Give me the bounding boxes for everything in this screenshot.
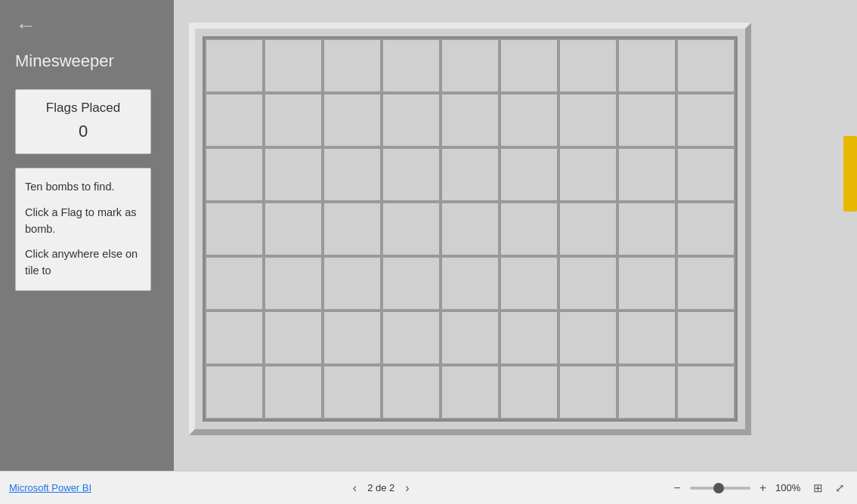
- grid-cell[interactable]: [382, 311, 441, 365]
- page-info: 2 de 2: [367, 482, 394, 493]
- grid-cell[interactable]: [323, 311, 382, 365]
- grid-cell[interactable]: [441, 365, 500, 419]
- minesweeper-grid: [203, 36, 738, 422]
- grid-cell[interactable]: [617, 147, 676, 202]
- grid-cell[interactable]: [264, 39, 323, 93]
- instruction-line-3: Click anywhere else on tile to: [25, 246, 141, 280]
- grid-cell[interactable]: [441, 311, 500, 365]
- grid-cell[interactable]: [500, 93, 558, 147]
- grid-cell[interactable]: [323, 39, 382, 93]
- grid-cell[interactable]: [500, 256, 558, 311]
- instruction-line-1: Ten bombs to find.: [25, 179, 141, 196]
- grid-cell[interactable]: [676, 202, 735, 256]
- grid-cell[interactable]: [382, 256, 441, 311]
- board-panel: [189, 23, 751, 435]
- zoom-label: 100%: [775, 482, 804, 493]
- bottom-left: Microsoft Power BI: [9, 482, 91, 493]
- grid-cell[interactable]: [441, 39, 500, 93]
- powerbi-link[interactable]: Microsoft Power BI: [9, 482, 91, 493]
- grid-cell[interactable]: [441, 256, 500, 311]
- grid-cell[interactable]: [676, 256, 735, 311]
- grid-cell[interactable]: [617, 365, 676, 419]
- grid-cell[interactable]: [676, 147, 735, 202]
- grid-cell[interactable]: [500, 39, 558, 93]
- grid-cell[interactable]: [617, 39, 676, 93]
- fullscreen-button[interactable]: ⤢: [832, 480, 848, 496]
- bottom-center: ‹ 2 de 2 ›: [348, 480, 414, 496]
- grid-cell[interactable]: [441, 93, 500, 147]
- fit-page-button[interactable]: ⊞: [810, 480, 826, 496]
- grid-cell[interactable]: [323, 202, 382, 256]
- grid-cell[interactable]: [500, 365, 558, 419]
- instruction-line-2: Click a Flag to mark as bomb.: [25, 205, 141, 238]
- grid-cell[interactable]: [205, 202, 264, 256]
- grid-cell[interactable]: [323, 93, 382, 147]
- grid-cell[interactable]: [205, 39, 264, 93]
- bottom-right: − + 100% ⊞ ⤢: [670, 480, 848, 496]
- bottom-bar: Microsoft Power BI ‹ 2 de 2 › − + 100% ⊞…: [0, 471, 857, 504]
- grid-cell[interactable]: [558, 202, 617, 256]
- grid-cell[interactable]: [205, 147, 264, 202]
- flags-card: Flags Placed 0: [15, 89, 151, 154]
- grid-cell[interactable]: [617, 93, 676, 147]
- grid-cell[interactable]: [382, 147, 441, 202]
- grid-cell[interactable]: [264, 256, 323, 311]
- grid-cell[interactable]: [382, 39, 441, 93]
- grid-cell[interactable]: [617, 311, 676, 365]
- grid-cell[interactable]: [323, 365, 382, 419]
- grid-cell[interactable]: [558, 147, 617, 202]
- grid-cell[interactable]: [500, 147, 558, 202]
- instructions-card: Ten bombs to find. Click a Flag to mark …: [15, 168, 151, 291]
- grid-cell[interactable]: [676, 311, 735, 365]
- grid-cell[interactable]: [558, 39, 617, 93]
- grid-cell[interactable]: [264, 365, 323, 419]
- scroll-indicator[interactable]: [843, 136, 857, 212]
- grid-cell[interactable]: [382, 365, 441, 419]
- grid-cell[interactable]: [500, 202, 558, 256]
- grid-cell[interactable]: [500, 311, 558, 365]
- grid-cell[interactable]: [205, 93, 264, 147]
- flags-label: Flags Placed: [25, 100, 141, 116]
- grid-cell[interactable]: [617, 256, 676, 311]
- grid-cell[interactable]: [558, 93, 617, 147]
- grid-cell[interactable]: [205, 311, 264, 365]
- flags-value: 0: [25, 122, 141, 141]
- content-area: [174, 0, 857, 471]
- grid-cell[interactable]: [382, 93, 441, 147]
- nav-prev-button[interactable]: ‹: [348, 480, 361, 496]
- grid-cell[interactable]: [676, 39, 735, 93]
- grid-cell[interactable]: [617, 202, 676, 256]
- grid-cell[interactable]: [558, 311, 617, 365]
- grid-cell[interactable]: [558, 256, 617, 311]
- grid-cell[interactable]: [676, 365, 735, 419]
- grid-cell[interactable]: [323, 256, 382, 311]
- sidebar: ← Minesweeper Flags Placed 0 Ten bombs t…: [0, 0, 174, 471]
- grid-cell[interactable]: [264, 93, 323, 147]
- app-title: Minesweeper: [15, 51, 114, 71]
- grid-cell[interactable]: [205, 365, 264, 419]
- grid-cell[interactable]: [205, 256, 264, 311]
- grid-cell[interactable]: [676, 93, 735, 147]
- grid-cell[interactable]: [441, 147, 500, 202]
- zoom-slider[interactable]: [690, 487, 750, 490]
- grid-cell[interactable]: [441, 202, 500, 256]
- grid-cell[interactable]: [323, 147, 382, 202]
- nav-next-button[interactable]: ›: [401, 480, 413, 496]
- grid-cell[interactable]: [558, 365, 617, 419]
- zoom-plus-button[interactable]: +: [756, 481, 769, 495]
- back-button[interactable]: ←: [15, 15, 36, 36]
- grid-cell[interactable]: [264, 311, 323, 365]
- main-area: ← Minesweeper Flags Placed 0 Ten bombs t…: [0, 0, 857, 471]
- grid-cell[interactable]: [382, 202, 441, 256]
- grid-cell[interactable]: [264, 202, 323, 256]
- grid-cell[interactable]: [264, 147, 323, 202]
- zoom-minus-button[interactable]: −: [670, 481, 683, 495]
